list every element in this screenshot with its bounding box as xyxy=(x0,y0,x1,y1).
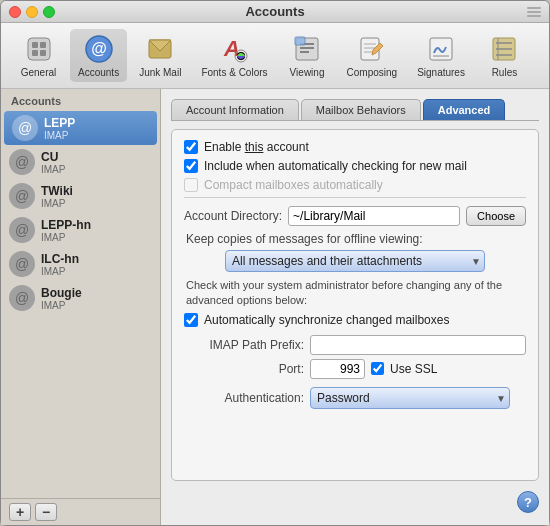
account-name-twiki: TWiki xyxy=(41,184,73,198)
main-content: Accounts @ LEPP IMAP @ CU IMAP xyxy=(1,89,549,525)
port-input[interactable] xyxy=(310,359,365,379)
account-info-cu: CU IMAP xyxy=(41,150,65,175)
toolbar-signatures-label: Signatures xyxy=(417,67,465,78)
toolbar-rules-label: Rules xyxy=(492,67,518,78)
compact-mailboxes-label: Compact mailboxes automatically xyxy=(204,178,383,192)
svg-rect-4 xyxy=(40,50,46,56)
account-type-bougie: IMAP xyxy=(41,300,82,311)
svg-rect-22 xyxy=(430,38,452,60)
account-directory-label: Account Directory: xyxy=(184,209,282,223)
toolbar-junk-label: Junk Mail xyxy=(139,67,181,78)
account-name-bougie: Bougie xyxy=(41,286,82,300)
imap-path-input[interactable] xyxy=(310,335,526,355)
use-ssl-checkbox[interactable] xyxy=(371,362,384,375)
resize-handle[interactable] xyxy=(527,7,541,17)
auth-label: Authentication: xyxy=(184,391,304,405)
svg-text:@: @ xyxy=(91,40,107,57)
toolbar-item-rules[interactable]: Rules xyxy=(477,29,532,82)
choose-button[interactable]: Choose xyxy=(466,206,526,226)
toolbar-item-accounts[interactable]: @ Accounts xyxy=(70,29,127,82)
toolbar-fonts-label: Fonts & Colors xyxy=(201,67,267,78)
keep-copies-select-row: All messages and their attachments ▼ xyxy=(184,250,526,272)
auth-select-wrapper: Password MD5 Challenge-Response NTLM Ker… xyxy=(310,387,510,409)
enable-account-row: Enable this account xyxy=(184,140,526,154)
sidebar-account-lepp-hn[interactable]: @ LEPP-hn IMAP xyxy=(1,213,160,247)
junk-mail-icon xyxy=(144,33,176,65)
account-icon-twiki: @ xyxy=(9,183,35,209)
account-directory-input[interactable] xyxy=(288,206,460,226)
auto-sync-checkbox[interactable] xyxy=(184,313,198,327)
include-auto-check-row: Include when automatically checking for … xyxy=(184,159,526,173)
toolbar-item-fonts-colors[interactable]: A Fonts & Colors xyxy=(193,29,275,82)
account-type-ilc-hn: IMAP xyxy=(41,266,79,277)
toolbar-viewing-label: Viewing xyxy=(290,67,325,78)
minimize-button[interactable] xyxy=(26,6,38,18)
keep-copies-select[interactable]: All messages and their attachments xyxy=(225,250,485,272)
auth-row: Authentication: Password MD5 Challenge-R… xyxy=(184,387,526,409)
account-directory-row: Account Directory: Choose xyxy=(184,206,526,226)
sidebar-header: Accounts xyxy=(1,89,160,111)
compact-mailboxes-checkbox[interactable] xyxy=(184,178,198,192)
help-button[interactable]: ? xyxy=(517,491,539,513)
account-info-ilc-hn: ILC-hn IMAP xyxy=(41,252,79,277)
account-info-twiki: TWiki IMAP xyxy=(41,184,73,209)
account-type-twiki: IMAP xyxy=(41,198,73,209)
include-auto-check-checkbox[interactable] xyxy=(184,159,198,173)
enable-account-label: Enable this account xyxy=(204,140,309,154)
remove-account-button[interactable]: − xyxy=(35,503,57,521)
toolbar-item-junk-mail[interactable]: Junk Mail xyxy=(131,29,189,82)
svg-rect-2 xyxy=(40,42,46,48)
account-icon-lepp-hn: @ xyxy=(9,217,35,243)
keep-copies-label: Keep copies of messages for offline view… xyxy=(184,232,526,246)
divider-1 xyxy=(184,197,526,198)
account-icon-lepp: @ xyxy=(12,115,38,141)
tab-bar: Account Information Mailbox Behaviors Ad… xyxy=(171,99,539,121)
sidebar-account-twiki[interactable]: @ TWiki IMAP xyxy=(1,179,160,213)
window-title: Accounts xyxy=(245,4,304,19)
advanced-content: Enable this account Include when automat… xyxy=(171,129,539,481)
svg-rect-3 xyxy=(32,50,38,56)
toolbar-accounts-label: Accounts xyxy=(78,67,119,78)
account-type-lepp: IMAP xyxy=(44,130,75,141)
toolbar-item-composing[interactable]: Composing xyxy=(339,29,406,82)
panel-footer: ? xyxy=(171,489,539,515)
auto-sync-row: Automatically synchronize changed mailbo… xyxy=(184,313,526,327)
enable-account-checkbox[interactable] xyxy=(184,140,198,154)
warning-text: Check with your system administrator bef… xyxy=(184,278,526,309)
right-panel: Account Information Mailbox Behaviors Ad… xyxy=(161,89,549,525)
toolbar: General @ Accounts Junk Mail xyxy=(1,23,549,89)
toolbar-item-signatures[interactable]: Signatures xyxy=(409,29,473,82)
add-account-button[interactable]: + xyxy=(9,503,31,521)
svg-rect-16 xyxy=(295,37,305,45)
sidebar-account-bougie[interactable]: @ Bougie IMAP xyxy=(1,281,160,315)
fonts-colors-icon: A xyxy=(218,33,250,65)
auth-select[interactable]: Password MD5 Challenge-Response NTLM Ker… xyxy=(310,387,510,409)
signatures-icon xyxy=(425,33,457,65)
port-row: Port: Use SSL xyxy=(184,359,526,379)
sidebar-account-ilc-hn[interactable]: @ ILC-hn IMAP xyxy=(1,247,160,281)
viewing-icon xyxy=(291,33,323,65)
account-name-ilc-hn: ILC-hn xyxy=(41,252,79,266)
tab-mailbox-behaviors[interactable]: Mailbox Behaviors xyxy=(301,99,421,120)
sidebar-account-lepp[interactable]: @ LEPP IMAP xyxy=(4,111,157,145)
compact-mailboxes-row: Compact mailboxes automatically xyxy=(184,178,526,192)
tab-account-information[interactable]: Account Information xyxy=(171,99,299,120)
toolbar-item-general[interactable]: General xyxy=(11,29,66,82)
sidebar: Accounts @ LEPP IMAP @ CU IMAP xyxy=(1,89,161,525)
toolbar-general-label: General xyxy=(21,67,57,78)
toolbar-item-viewing[interactable]: Viewing xyxy=(280,29,335,82)
rules-icon xyxy=(488,33,520,65)
account-type-cu: IMAP xyxy=(41,164,65,175)
account-icon-cu: @ xyxy=(9,149,35,175)
title-bar: Accounts xyxy=(1,1,549,23)
include-auto-check-label: Include when automatically checking for … xyxy=(204,159,467,173)
sidebar-account-cu[interactable]: @ CU IMAP xyxy=(1,145,160,179)
tab-advanced[interactable]: Advanced xyxy=(423,99,506,120)
maximize-button[interactable] xyxy=(43,6,55,18)
imap-path-label: IMAP Path Prefix: xyxy=(184,338,304,352)
close-button[interactable] xyxy=(9,6,21,18)
account-info-lepp: LEPP IMAP xyxy=(44,116,75,141)
port-label: Port: xyxy=(184,362,304,376)
main-window: Accounts General xyxy=(0,0,550,526)
use-ssl-label: Use SSL xyxy=(390,362,437,376)
